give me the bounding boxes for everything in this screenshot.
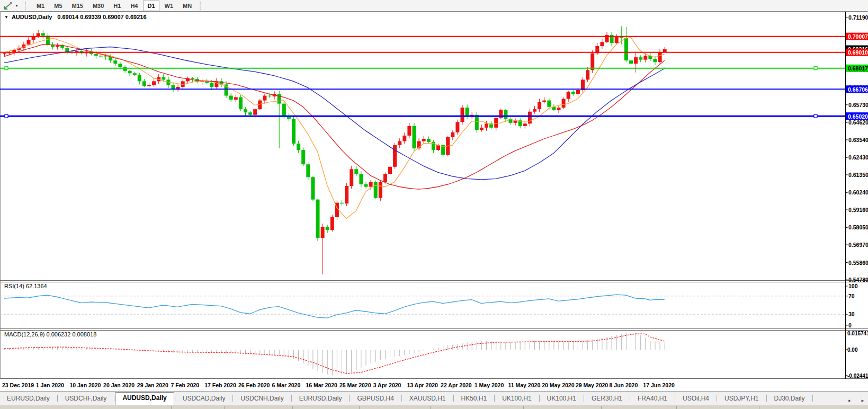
chart-tab-hk50-h1[interactable]: HK50,H1 bbox=[454, 393, 494, 405]
timeframe-button-m15[interactable]: M15 bbox=[68, 1, 87, 11]
status-separator bbox=[224, 406, 225, 409]
chart-tab-usdcad-daily[interactable]: USDCAD,Daily bbox=[176, 393, 232, 405]
chart-tab-uk100-h1[interactable]: UK100,H1 bbox=[540, 393, 583, 405]
time-axis-label: 16 Mar 2020 bbox=[306, 382, 337, 388]
price-axis-label: 0.63540 bbox=[848, 137, 868, 143]
candle-body bbox=[494, 118, 498, 128]
price-axis-label: 0.64620 bbox=[848, 119, 868, 126]
candle-body bbox=[538, 102, 541, 110]
tab-scroll-left-icon[interactable]: ◄ bbox=[847, 398, 851, 403]
chart-tab-uk100-h1[interactable]: UK100,H1 bbox=[495, 393, 538, 405]
candle-body bbox=[542, 101, 546, 102]
candle-body bbox=[615, 37, 619, 43]
chart-tab-usdjpy-h1[interactable]: USDJPY,H1 bbox=[718, 393, 765, 405]
candle-body bbox=[65, 48, 69, 52]
candle-body bbox=[480, 128, 484, 130]
candle-body bbox=[94, 54, 98, 56]
candle-body bbox=[326, 227, 329, 230]
time-axis-label: 3 Apr 2020 bbox=[373, 382, 401, 388]
candle-body bbox=[461, 108, 464, 122]
timeframe-button-mn[interactable]: MN bbox=[178, 1, 196, 11]
candle-body bbox=[658, 52, 662, 62]
candle-body bbox=[379, 182, 382, 198]
chart-tab-xauusd-h1[interactable]: XAUUSD,H1 bbox=[402, 393, 453, 405]
candle-body bbox=[229, 96, 233, 100]
price-axis-label: 0.60240 bbox=[848, 189, 868, 195]
candle-body bbox=[278, 94, 281, 104]
timeframe-button-w1[interactable]: W1 bbox=[160, 1, 178, 11]
chart-tab-dj30-daily[interactable]: DJ30,Daily bbox=[767, 393, 812, 405]
chart-tab-usoil-h4[interactable]: USOil,H4 bbox=[676, 393, 716, 405]
candle-body bbox=[629, 60, 633, 64]
timeframe-button-m5[interactable]: M5 bbox=[50, 1, 66, 11]
timeframe-button-m1[interactable]: M1 bbox=[32, 1, 49, 11]
tab-separator bbox=[453, 395, 454, 402]
candle-body bbox=[41, 33, 45, 36]
chart-svg[interactable]: 0.711900.700800.689700.679200.668100.657… bbox=[0, 12, 868, 379]
candle-body bbox=[407, 126, 411, 136]
tab-separator bbox=[114, 395, 114, 402]
candle-body bbox=[533, 109, 536, 112]
candle-body bbox=[393, 145, 397, 167]
candle-body bbox=[427, 139, 431, 142]
time-axis-label: 6 Mar 2020 bbox=[272, 382, 301, 388]
candle-body bbox=[113, 60, 117, 64]
candle-body bbox=[138, 75, 141, 81]
candle-body bbox=[244, 109, 247, 112]
level-handle[interactable] bbox=[5, 67, 8, 70]
chart-tab-gbpusd-h4[interactable]: GBPUSD,H4 bbox=[350, 393, 400, 405]
candle-body bbox=[340, 203, 344, 204]
line-studies-icon[interactable] bbox=[3, 2, 14, 10]
macd-axis-label: -0.024412 bbox=[847, 373, 868, 379]
price-axis-label: 0.55860 bbox=[848, 260, 868, 266]
level-handle[interactable] bbox=[5, 114, 8, 118]
timeframe-button-h4[interactable]: H4 bbox=[126, 1, 142, 11]
candle-body bbox=[253, 109, 257, 115]
chart-canvas[interactable]: 0.711900.700800.689700.679200.668100.657… bbox=[0, 12, 868, 379]
tab-separator bbox=[291, 395, 292, 402]
timeframe-button-d1[interactable]: D1 bbox=[143, 1, 159, 11]
candle-body bbox=[634, 57, 638, 64]
chart-tab-audusd-daily[interactable]: AUDUSD,Daily bbox=[115, 392, 174, 405]
chart-tab-ger30-h1[interactable]: GER30,H1 bbox=[585, 393, 629, 405]
candle-body bbox=[432, 142, 435, 150]
time-axis-label: 22 Apr 2020 bbox=[441, 382, 472, 388]
chart-tab-usdchf-daily[interactable]: USDCHF,Daily bbox=[58, 393, 114, 405]
candle-body bbox=[321, 227, 325, 238]
candle-body bbox=[451, 132, 454, 137]
chart-tab-fra40-h1[interactable]: FRA40,H1 bbox=[631, 393, 674, 405]
candle-body bbox=[292, 119, 296, 144]
tab-scroll-right-icon[interactable]: ► bbox=[861, 398, 865, 403]
candle-body bbox=[586, 70, 589, 79]
time-axis-label: 13 Apr 2020 bbox=[407, 382, 438, 388]
candle-body bbox=[643, 56, 647, 60]
candle-body bbox=[56, 45, 59, 47]
rsi-axis-label: 70 bbox=[848, 293, 855, 299]
level-handle[interactable] bbox=[814, 67, 817, 70]
status-separator bbox=[171, 406, 172, 409]
chart-tabs-bar: EURUSD,DailyUSDCHF,DailyAUDUSD,DailyUSDC… bbox=[0, 391, 868, 405]
chart-tab-eurusd-daily[interactable]: EURUSD,Daily bbox=[292, 393, 349, 405]
chart-tab-eurusd-daily[interactable]: EURUSD,Daily bbox=[0, 393, 57, 405]
tab-separator bbox=[630, 395, 630, 402]
timeframe-button-h1[interactable]: H1 bbox=[109, 1, 125, 11]
candle-body bbox=[27, 40, 31, 45]
candle-body bbox=[123, 67, 127, 71]
candle-body bbox=[571, 92, 575, 94]
candle-body bbox=[576, 90, 580, 94]
tab-separator bbox=[175, 395, 175, 402]
candle-body bbox=[523, 123, 527, 126]
candle-body bbox=[639, 57, 642, 60]
candle-body bbox=[590, 54, 594, 70]
chart-tab-usdcnh-daily[interactable]: USDCNH,Daily bbox=[234, 393, 290, 405]
timeframe-button-m30[interactable]: M30 bbox=[88, 1, 108, 11]
price-axis-label: 0.59160 bbox=[848, 207, 868, 213]
level-handle[interactable] bbox=[814, 114, 817, 118]
tab-separator bbox=[494, 395, 495, 402]
time-axis-label: 23 Dec 2019 bbox=[2, 382, 34, 388]
status-separator bbox=[601, 406, 602, 409]
top-toolbar: ▼ M1M5M15M30H1H4D1W1MN bbox=[0, 0, 868, 12]
time-axis-label: 8 Jun 2020 bbox=[610, 382, 638, 388]
toolbar-dropdown-icon[interactable]: ▼ bbox=[15, 4, 19, 7]
candle-body bbox=[654, 59, 657, 62]
